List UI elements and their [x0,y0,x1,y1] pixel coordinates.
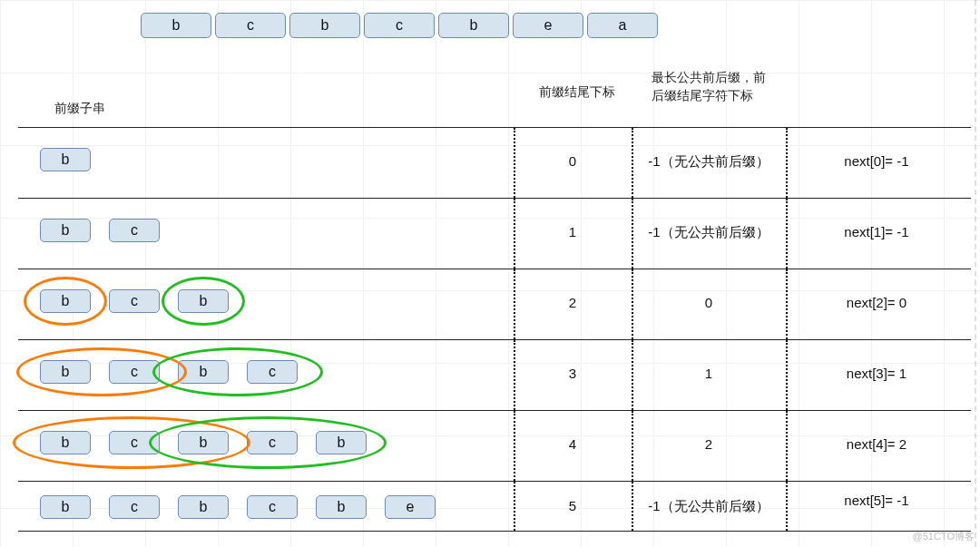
suffix-highlight-ellipse [149,416,387,469]
next-value: next[0]= -1 [786,153,967,169]
prefix-cell: c [247,495,298,519]
prefix-cell: c [109,495,160,519]
prefix-cell: c [109,289,160,313]
prefix-highlight-ellipse [24,277,107,326]
prefix-cell: b [40,495,91,519]
suffix-highlight-ellipse [152,347,323,396]
prefix-end-index: 4 [514,436,632,452]
table-row: b c b c 3 1 next[3]= 1 [18,339,971,410]
prefix-cell: e [385,495,436,519]
next-value: next[2]= 0 [786,295,967,310]
pattern-cell: c [364,13,435,38]
pattern-row: b c b c b e a [141,13,658,38]
header-prefix: 前缀子串 [54,100,105,118]
next-value: next[3]= 1 [786,366,967,381]
pattern-cell: b [289,13,360,38]
page-edge [975,0,976,547]
lps-value: -1（无公共前后缀） [632,224,786,241]
pattern-cell: e [513,13,583,38]
prefix-cell: b [316,495,367,519]
pattern-cell: b [141,13,211,38]
pattern-cell: b [438,13,509,38]
prefix-cell: b [40,219,91,242]
prefix-end-index: 5 [514,498,632,513]
header-index: 前缀结尾下标 [539,83,615,102]
table-row: b c b c b 4 2 next[4]= 2 [18,410,971,481]
prefix-cell: b [178,495,229,519]
next-value: next[1]= -1 [786,224,967,239]
prefix-end-index: 0 [514,153,632,169]
lps-value: 1 [632,366,786,381]
next-value: next[4]= 2 [786,436,967,452]
lps-value: 0 [632,295,786,310]
pattern-cell: a [587,13,658,38]
prefix-cell: b [40,148,91,171]
pattern-cell: c [215,13,286,38]
table-row: b c 1 -1（无公共前后缀） next[1]= -1 [18,198,971,269]
lps-value: -1（无公共前后缀） [632,153,786,171]
next-value: next[5]= -1 [786,493,967,508]
table-row: b c b 2 0 next[2]= 0 [18,269,971,339]
watermark: @51CTO博客 [913,530,975,543]
table-row: b c b c b e 5 -1（无公共前后缀） next[5]= -1 [18,481,971,532]
prefix-end-index: 1 [514,224,632,239]
suffix-highlight-ellipse [162,277,245,326]
table-row: b 0 -1（无公共前后缀） next[0]= -1 [18,127,971,198]
prefix-end-index: 2 [514,295,632,310]
header-lps: 最长公共前后缀，前后缀结尾字符下标 [652,69,769,104]
prefix-cell: c [109,219,160,242]
lps-value: 2 [632,436,786,452]
prefix-end-index: 3 [514,366,632,381]
lps-value: -1（无公共前后缀） [632,498,786,515]
